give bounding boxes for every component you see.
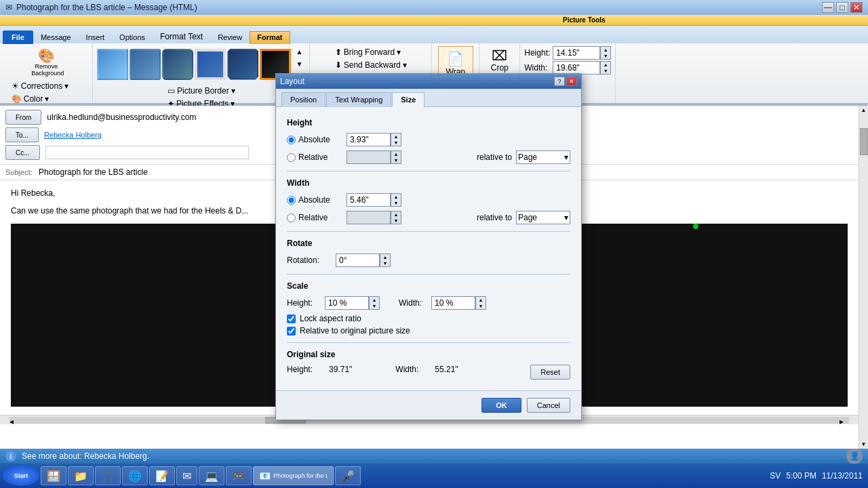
width-relative-input[interactable] [347,211,391,224]
scale-width-label: Width: [399,298,426,308]
rotate-section-title: Rotate [287,239,570,248]
orig-width-label: Width: [395,365,418,380]
width-relative-row: Relative ▲ ▼ relative to Page ▾ [287,211,570,224]
ok-button[interactable]: OK [481,398,521,413]
rotation-label: Rotation: [287,256,330,265]
reset-button[interactable]: Reset [530,365,570,380]
height-abs-spinner[interactable]: ▲ ▼ [391,133,401,146]
rotation-spinner[interactable]: ▲ ▼ [380,253,391,267]
dialog-close-button[interactable]: ✕ [566,77,577,86]
lock-aspect-row: Lock aspect ratio [287,314,570,323]
height-relative-label[interactable]: Relative [287,152,341,162]
orig-width-value: 55.21" [435,365,458,380]
dialog-title-bar: Layout ? ✕ [276,74,581,89]
height-relative-row: Relative ▲ ▼ relative to Page ▾ [287,150,570,164]
original-size-row: Height: 39.71" Width: 55.21" Reset [287,365,570,380]
width-relative-to-dropdown[interactable]: Page ▾ [516,211,570,224]
width-relative-to: relative to Page ▾ [477,211,570,224]
dialog-help-button[interactable]: ? [554,77,565,86]
height-relative-input[interactable] [347,150,391,164]
scale-width-input[interactable]: 10 % [431,296,475,310]
height-relative-to: relative to Page ▾ [477,150,570,164]
height-absolute-radio[interactable] [287,136,296,144]
width-relative-label[interactable]: Relative [287,213,341,222]
orig-height-label: Height: [287,365,313,380]
lock-aspect-checkbox[interactable] [287,314,296,323]
relative-original-label: Relative to original picture size [300,326,410,336]
relative-original-checkbox[interactable] [287,327,296,336]
height-relative-radio[interactable] [287,153,296,162]
dialog-tab-position[interactable]: Position [281,92,326,107]
divider-1 [287,171,570,171]
scale-row: Height: 10 % ▲ ▼ Width: 10 % [287,296,570,310]
scale-height-input[interactable]: 10 % [325,296,369,310]
relative-original-row: Relative to original picture size [287,326,570,336]
divider-2 [287,231,570,232]
height-absolute-label[interactable]: Absolute [287,135,341,144]
scale-width-spinner[interactable]: ▲ ▼ [475,296,486,310]
dialog-footer: OK Cancel [276,390,581,420]
dialog-content: Height Absolute 3.93" ▲ ▼ [276,107,581,390]
width-absolute-input[interactable]: 5.46" [347,193,391,207]
width-abs-spinner[interactable]: ▲ ▼ [391,193,401,207]
divider-4 [287,342,570,343]
dialog-tabs: Position Text Wrapping Size [276,89,581,107]
height-absolute-input[interactable]: 3.93" [347,133,391,146]
width-relative-radio[interactable] [287,214,296,222]
rotation-input[interactable]: 0° [336,253,380,267]
layout-dialog: Layout ? ✕ Position Text Wrapping Size H… [275,73,582,420]
rotation-row: Rotation: 0° ▲ ▼ [287,253,570,267]
dialog-title: Layout [280,77,304,86]
scale-section-title: Scale [287,281,570,291]
scale-height-spinner[interactable]: ▲ ▼ [369,296,380,310]
width-absolute-radio[interactable] [287,196,296,205]
width-rel-spinner[interactable]: ▲ ▼ [391,211,401,224]
width-absolute-row: Absolute 5.46" ▲ ▼ [287,193,570,207]
scale-height-label: Height: [287,298,319,308]
original-size-title: Original size [287,350,570,359]
lock-aspect-label: Lock aspect ratio [300,314,361,323]
dialog-title-controls: ? ✕ [554,77,577,86]
dialog-tab-size[interactable]: Size [392,92,425,107]
orig-height-value: 39.71" [329,365,352,380]
dialog-overlay: Layout ? ✕ Position Text Wrapping Size H… [0,0,868,488]
height-absolute-row: Absolute 3.93" ▲ ▼ [287,133,570,146]
cancel-button[interactable]: Cancel [527,398,570,413]
dialog-tab-text-wrapping[interactable]: Text Wrapping [326,92,391,107]
height-relative-to-dropdown[interactable]: Page ▾ [516,150,570,164]
divider-3 [287,274,570,274]
height-section-title: Height [287,118,570,127]
height-rel-spinner[interactable]: ▲ ▼ [391,150,401,164]
width-section-title: Width [287,178,570,188]
width-absolute-label[interactable]: Absolute [287,195,341,205]
